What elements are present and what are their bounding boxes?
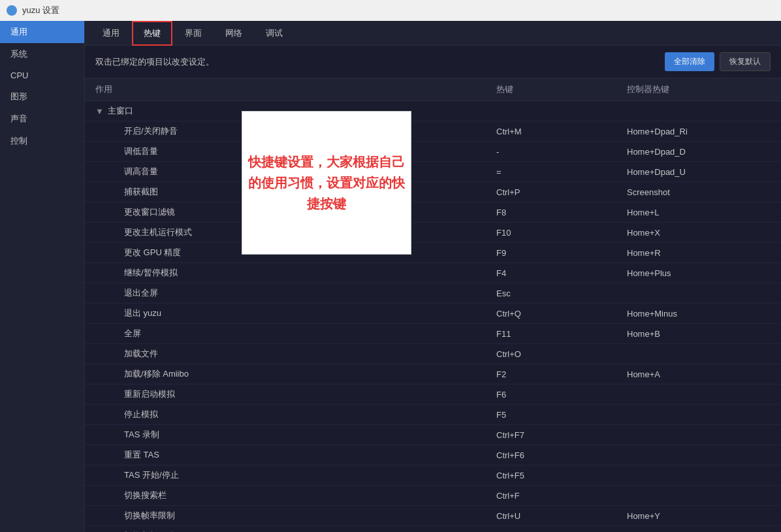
hotkey-cell: F11 [496, 329, 627, 339]
table-row[interactable]: TAS 开始/停止Ctrl+F5 [85, 465, 781, 486]
restore-button[interactable]: 恢复默认 [720, 52, 771, 71]
popup-overlay: 快捷键设置，大家根据自己的使用习惯，设置对应的快捷按键 [242, 111, 411, 255]
table-row[interactable]: 调低音量-Home+Dpad_D [85, 142, 781, 162]
hotkey-cell: F4 [496, 268, 627, 278]
hotkey-cell: F2 [496, 369, 627, 379]
controller-hotkey-cell: Home+X [627, 228, 771, 238]
hotkey-table[interactable]: 作用 热键 控制器热键 ▼主窗口开启/关闭静音Ctrl+MHome+Dpad_R… [85, 78, 781, 532]
hotkey-header: 热键 [496, 84, 627, 95]
controller-hotkey-cell: Home+Plus [627, 268, 771, 278]
hotkey-cell: Ctrl+F [496, 491, 627, 501]
controller-hotkey-cell: Home+Y [627, 511, 771, 521]
hotkey-cell: F8 [496, 208, 627, 217]
section-name: 主窗口 [108, 105, 133, 117]
table-header: 作用 热键 控制器热键 [85, 78, 781, 101]
table-row[interactable]: 切换帧率限制Ctrl+UHome+Y [85, 506, 781, 526]
action-cell: 重置 TAS [95, 449, 496, 461]
action-cell: 加载/移除 Amiibo [95, 368, 496, 380]
table-row[interactable]: 更改 GPU 精度F9Home+R [85, 243, 781, 263]
table-row[interactable]: 切换鼠标平移Ctrl+F9 [85, 526, 781, 532]
hotkey-cell: Ctrl+M [496, 127, 627, 136]
action-header: 作用 [95, 84, 496, 95]
table-row[interactable]: 全屏F11Home+B [85, 324, 781, 344]
sidebar-item-graphics[interactable]: 图形 [0, 86, 84, 108]
hotkey-cell: Ctrl+O [496, 349, 627, 359]
action-cell: 继续/暂停模拟 [95, 267, 496, 279]
instruction-text: 双击已绑定的项目以改变设定。 [95, 56, 214, 68]
sidebar-item-control[interactable]: 控制 [0, 130, 84, 152]
action-cell: 加载文件 [95, 348, 496, 360]
popup-text: 快捷键设置，大家根据自己的使用习惯，设置对应的快捷按键 [242, 151, 411, 214]
hotkey-cell: - [496, 147, 627, 157]
controller-hotkey-cell: Home+Minus [627, 309, 771, 319]
tab-interface[interactable]: 界面 [174, 22, 213, 45]
tab-debug[interactable]: 调试 [255, 22, 294, 45]
action-cell: 退出 yuzu [95, 307, 496, 319]
clear-all-button[interactable]: 全部清除 [665, 52, 714, 71]
table-row[interactable]: 重置 TASCtrl+F6 [85, 445, 781, 465]
hotkey-cell: = [496, 167, 627, 177]
tabs-bar: 通用热键界面网络调试 [85, 21, 781, 46]
hotkey-cell: Esc [496, 289, 627, 298]
tab-general[interactable]: 通用 [91, 22, 131, 45]
arrow-icon: ▼ [95, 106, 104, 116]
hotkey-cell: Ctrl+Q [496, 309, 627, 319]
table-row[interactable]: 更改窗口滤镜F8Home+L [85, 202, 781, 223]
action-buttons: 全部清除 恢复默认 [665, 52, 771, 71]
hotkey-cell: Ctrl+F7 [496, 430, 627, 440]
hotkey-cell: F6 [496, 390, 627, 399]
hotkey-cell: F9 [496, 248, 627, 258]
table-row[interactable]: 更改主机运行模式F10Home+X [85, 223, 781, 243]
controller-hotkey-cell: Home+R [627, 248, 771, 258]
table-row[interactable]: 加载文件Ctrl+O [85, 344, 781, 364]
hotkey-cell: F5 [496, 410, 627, 420]
action-cell: 全屏 [95, 328, 496, 339]
controller-hotkey-cell: Screenshot [627, 187, 771, 197]
action-cell: TAS 录制 [95, 429, 496, 441]
title-bar: yuzu 设置 [0, 0, 781, 21]
controller-hotkey-cell: Home+A [627, 369, 771, 379]
sidebar-item-cpu[interactable]: CPU [0, 65, 84, 86]
action-cell: 重新启动模拟 [95, 388, 496, 400]
sidebar-item-system[interactable]: 系统 [0, 43, 84, 65]
action-cell: 退出全屏 [95, 287, 496, 299]
table-row[interactable]: 退出全屏Esc [85, 283, 781, 304]
content-area: 通用热键界面网络调试 双击已绑定的项目以改变设定。 全部清除 恢复默认 作用 热… [85, 21, 781, 532]
sidebar-item-audio[interactable]: 声音 [0, 108, 84, 130]
sidebar-item-general[interactable]: 通用 [0, 21, 84, 43]
table-row[interactable]: 加载/移除 AmiiboF2Home+A [85, 364, 781, 384]
table-row[interactable]: 捕获截图Ctrl+PScreenshot [85, 182, 781, 202]
hotkey-cell: Ctrl+U [496, 511, 627, 521]
controller-hotkey-cell: Home+Dpad_D [627, 147, 771, 157]
controller-hotkey-cell: Home+L [627, 208, 771, 217]
controller-hotkey-cell: Home+Dpad_Ri [627, 127, 771, 136]
table-row[interactable]: 继续/暂停模拟F4Home+Plus [85, 263, 781, 283]
table-row[interactable]: 开启/关闭静音Ctrl+MHome+Dpad_Ri [85, 121, 781, 142]
table-row[interactable]: 切换搜索栏Ctrl+F [85, 486, 781, 506]
section-header[interactable]: ▼主窗口 [85, 101, 781, 121]
controller-hotkey-cell: Home+B [627, 329, 771, 339]
action-cell: 停止模拟 [95, 409, 496, 420]
action-cell: 切换搜索栏 [95, 490, 496, 501]
table-row[interactable]: 停止模拟F5 [85, 405, 781, 425]
action-cell: 切换帧率限制 [95, 510, 496, 522]
instruction-bar: 双击已绑定的项目以改变设定。 全部清除 恢复默认 [85, 46, 781, 78]
hotkey-cell: Ctrl+P [496, 187, 627, 197]
table-row[interactable]: 重新启动模拟F6 [85, 384, 781, 405]
hotkey-cell: Ctrl+F5 [496, 471, 627, 480]
controller-hotkey-cell: Home+Dpad_U [627, 167, 771, 177]
controller-hotkey-header: 控制器热键 [627, 84, 771, 95]
app-icon [7, 5, 17, 16]
table-row[interactable]: 退出 yuzuCtrl+QHome+Minus [85, 304, 781, 324]
table-row[interactable]: 调高音量=Home+Dpad_U [85, 162, 781, 182]
table-row[interactable]: TAS 录制Ctrl+F7 [85, 425, 781, 445]
main-container: 通用系统CPU图形声音控制 通用热键界面网络调试 双击已绑定的项目以改变设定。 … [0, 21, 781, 532]
tab-hotkeys[interactable]: 热键 [132, 21, 172, 46]
action-cell: TAS 开始/停止 [95, 469, 496, 481]
table-body: ▼主窗口开启/关闭静音Ctrl+MHome+Dpad_Ri调低音量-Home+D… [85, 101, 781, 532]
hotkey-cell: Ctrl+F6 [496, 450, 627, 460]
tab-network[interactable]: 网络 [214, 22, 253, 45]
hotkey-cell: F10 [496, 228, 627, 238]
sidebar: 通用系统CPU图形声音控制 [0, 21, 85, 532]
title-bar-text: yuzu 设置 [22, 5, 59, 16]
